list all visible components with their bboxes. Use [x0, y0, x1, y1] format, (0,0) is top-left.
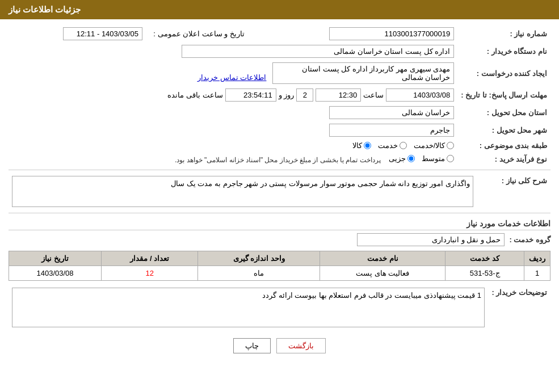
page-container: جزئیات اطلاعات نیاز شماره نیاز : 1103001… [0, 0, 559, 392]
category-radio-group: کالا/خدمت خدمت کالا [12, 141, 454, 150]
need-number-display: 1103001377000019 [329, 27, 454, 40]
cell-unit: ماه [198, 266, 320, 281]
radio-kala-label: کالا [352, 141, 362, 150]
reply-remaining-label: ساعت باقی مانده [167, 91, 222, 99]
radio-kala-khedmat-label: کالا/خدمت [414, 141, 445, 150]
need-description-value: واگذاری امور توزیع دانه شمار حجمی موتور … [9, 174, 477, 209]
reply-deadline-label: مهلت ارسال پاسخ: تا تاریخ : [457, 86, 550, 104]
requester-label: ایجاد کننده درخواست : [457, 60, 550, 86]
radio-khedmat[interactable] [400, 142, 407, 149]
info-table-top: شماره نیاز : 1103001377000019 تاریخ و سا… [9, 25, 550, 166]
separator-2 [9, 213, 550, 213]
category-label: طبقه بندی موضوعی : [457, 139, 550, 152]
province-display: خراسان شمالی [329, 106, 454, 119]
reply-date-display: 1403/03/08 [386, 88, 454, 102]
cell-code: ج-53-531 [445, 266, 524, 281]
radio-kala[interactable] [364, 142, 371, 149]
back-button[interactable]: بازگشت [276, 338, 326, 353]
radio-kala-khedmat[interactable] [447, 142, 454, 149]
radio-khedmat-label: خدمت [378, 141, 398, 150]
contact-link[interactable]: اطلاعات تماس خریدار [197, 73, 266, 82]
cell-row: 1 [524, 266, 550, 281]
province-value: خراسان شمالی [9, 104, 457, 121]
reply-day-label: روز و [279, 91, 295, 99]
reply-days-display: 2 [296, 88, 313, 102]
separator-1 [9, 170, 550, 170]
content-area: شماره نیاز : 1103001377000019 تاریخ و سا… [0, 19, 559, 365]
radio-item-motavas: متوسط [422, 154, 454, 163]
need-number-label: شماره نیاز : [457, 25, 550, 43]
col-code: کد خدمت [445, 251, 524, 266]
announce-date-label: تاریخ و ساعت اعلان عمومی : [146, 25, 248, 43]
reply-deadline-row: 1403/03/08 ساعت 12:30 2 روز و 23:54:11 س… [9, 86, 457, 104]
cell-date: 1403/03/08 [9, 266, 102, 281]
cell-name: فعالیت های پست [320, 266, 445, 281]
category-radios: کالا/خدمت خدمت کالا [9, 139, 457, 152]
print-button[interactable]: چاپ [233, 338, 271, 353]
buttons-row: بازگشت چاپ [9, 338, 550, 353]
city-label: شهر محل تحویل : [457, 121, 550, 139]
city-value: جاجرم [9, 121, 457, 139]
buyer-org-label: نام دستگاه خریدار : [457, 43, 550, 60]
radio-jozi[interactable] [407, 155, 415, 162]
buyer-org-value: اداره کل پست استان خراسان شمالی [9, 43, 457, 60]
purchase-type-label: نوع فرآیند خرید : [457, 152, 550, 166]
radio-motavas-label: متوسط [422, 154, 445, 163]
need-number-value: 1103001377000019 [248, 25, 457, 43]
announce-date-value: 1403/03/05 - 12:11 [9, 25, 146, 43]
purchase-type-row: متوسط جزیی پرداخت تمام یا بخشی از مبلغ خ… [9, 152, 457, 166]
need-description-table: شرح کلی نیاز : واگذاری امور توزیع دانه ش… [9, 174, 550, 209]
purchase-note: پرداخت تمام یا بخشی از مبلغ خریداز محل "… [175, 156, 381, 164]
service-group-label: گروه خدمت : [509, 235, 550, 244]
reply-time-label: ساعت [363, 91, 384, 99]
radio-motavas[interactable] [447, 155, 454, 162]
services-section-title: اطلاعات خدمات مورد نیاز [9, 219, 550, 230]
service-group-row: گروه خدمت : حمل و نقل و انبارداری [9, 233, 550, 246]
city-display: جاجرم [329, 124, 454, 137]
reply-remaining-display: 23:54:11 [225, 88, 276, 102]
service-group-value: حمل و نقل و انبارداری [357, 233, 505, 246]
col-row: ردیف [524, 251, 550, 266]
page-header: جزئیات اطلاعات نیاز [0, 0, 559, 19]
radio-item-khedmat: خدمت [378, 141, 407, 150]
col-qty: تعداد / مقدار [102, 251, 198, 266]
services-tbody: 1 ج-53-531 فعالیت های پست ماه 12 1403/03… [9, 266, 550, 281]
radio-item-kala-khedmat: کالا/خدمت [414, 141, 455, 150]
buyer-notes-box: 1 قیمت پیشنهادذی میبایست در قالب فرم است… [12, 288, 485, 327]
buyer-notes-table: توضیحات خریدار : 1 قیمت پیشنهادذی میبایس… [9, 285, 550, 330]
requester-value: مهدی سیهری مهر کاربرداز اداره کل پست است… [9, 60, 457, 86]
col-date: تاریخ نیاز [9, 251, 102, 266]
announce-date-display: 1403/03/05 - 12:11 [63, 27, 142, 40]
radio-item-jozi: جزیی [389, 154, 415, 163]
radio-item-kala: کالا [352, 141, 371, 150]
col-name: نام خدمت [320, 251, 445, 266]
reply-time-display: 12:30 [316, 88, 361, 102]
buyer-notes-value: 1 قیمت پیشنهادذی میبایست در قالب فرم است… [9, 285, 488, 330]
page-title: جزئیات اطلاعات نیاز [9, 5, 81, 14]
buyer-org-display: اداره کل پست استان خراسان شمالی [182, 45, 454, 58]
buyer-notes-label: توضیحات خریدار : [488, 285, 550, 330]
col-unit: واحد اندازه گیری [198, 251, 320, 266]
services-table-header: ردیف کد خدمت نام خدمت واحد اندازه گیری ت… [9, 251, 550, 266]
cell-qty: 12 [102, 266, 198, 281]
requester-display: مهدی سیهری مهر کاربرداز اداره کل پست است… [272, 62, 454, 84]
province-label: استان محل تحویل : [457, 104, 550, 121]
buyer-notes-text: 1 قیمت پیشنهادذی میبایست در قالب فرم است… [262, 291, 481, 300]
need-description-box: واگذاری امور توزیع دانه شمار حجمی موتور … [12, 176, 473, 207]
table-row: 1 ج-53-531 فعالیت های پست ماه 12 1403/03… [9, 266, 550, 281]
need-description-label: شرح کلی نیاز : [477, 174, 550, 209]
reply-date-row: 1403/03/08 ساعت 12:30 2 روز و 23:54:11 س… [12, 88, 454, 102]
services-table: ردیف کد خدمت نام خدمت واحد اندازه گیری ت… [9, 251, 550, 281]
radio-jozi-label: جزیی [389, 154, 406, 163]
purchase-radio-group: متوسط جزیی [389, 154, 454, 163]
